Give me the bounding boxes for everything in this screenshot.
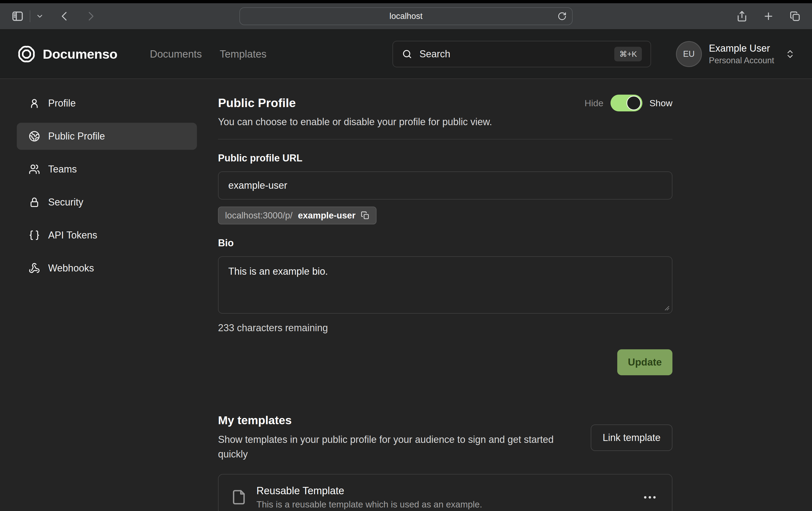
copy-icon: [361, 211, 370, 220]
share-icon[interactable]: [736, 10, 748, 22]
search-bar[interactable]: Search ⌘+K: [393, 41, 651, 67]
bio-textarea[interactable]: This is an example bio.: [218, 256, 672, 313]
tab-overview-icon[interactable]: [789, 10, 801, 22]
globe-icon: [29, 130, 40, 142]
toggle-hide-label: Hide: [584, 98, 604, 109]
forward-icon[interactable]: [85, 10, 96, 22]
reload-icon[interactable]: [557, 11, 567, 21]
url-prefix: localhost:3000/p/: [225, 210, 293, 221]
sidebar-toggle-icon[interactable]: [11, 10, 24, 23]
search-icon: [402, 49, 412, 59]
chevron-down-icon[interactable]: [36, 12, 44, 20]
address-bar[interactable]: localhost: [239, 7, 573, 25]
nav-documents[interactable]: Documents: [150, 49, 202, 60]
page-title: Public Profile: [218, 96, 296, 110]
sidebar-item-label: Webhooks: [48, 263, 94, 274]
url-field-label: Public profile URL: [218, 152, 672, 164]
search-placeholder: Search: [419, 49, 451, 60]
sidebar-item-label: Security: [48, 197, 83, 208]
characters-remaining: 233 characters remaining: [218, 322, 672, 334]
template-card[interactable]: Reusable Template This is a reusable tem…: [218, 474, 672, 511]
template-name: Reusable Template: [256, 485, 482, 497]
window-top-strip: [0, 0, 812, 3]
top-nav: Documents Templates: [150, 49, 266, 60]
users-icon: [29, 163, 40, 175]
lock-icon: [29, 197, 40, 208]
toolbar-separator: [30, 10, 30, 22]
documenso-logo-icon: [17, 44, 36, 64]
sidebar-item-label: Profile: [48, 98, 76, 109]
url-slug: example-user: [298, 210, 356, 221]
avatar: EU: [676, 41, 702, 67]
template-description: This is a reusable template which is use…: [256, 500, 482, 510]
sidebar-item-security[interactable]: Security: [17, 189, 197, 216]
account-menu[interactable]: EU Example User Personal Account: [676, 41, 795, 67]
nav-templates[interactable]: Templates: [220, 49, 266, 60]
braces-icon: [29, 230, 40, 241]
user-icon: [29, 98, 40, 109]
file-icon: [231, 489, 247, 505]
resize-handle[interactable]: [664, 305, 670, 311]
search-shortcut: ⌘+K: [614, 47, 642, 61]
new-tab-icon[interactable]: [763, 10, 774, 22]
back-icon[interactable]: [59, 10, 70, 22]
toggle-show-label: Show: [649, 98, 672, 109]
address-text: localhost: [389, 11, 423, 21]
sidebar-item-label: API Tokens: [48, 230, 97, 241]
templates-subtitle: Show templates in your public profile fo…: [218, 432, 578, 461]
sidebar-item-profile[interactable]: Profile: [17, 90, 197, 117]
profile-url-copy-button[interactable]: localhost:3000/p/example-user: [218, 207, 377, 224]
account-type: Personal Account: [709, 56, 774, 65]
sidebar-item-teams[interactable]: Teams: [17, 156, 197, 183]
template-options-ellipsis-icon[interactable]: [640, 492, 660, 502]
templates-title: My templates: [218, 414, 578, 427]
profile-visibility-toggle[interactable]: [610, 95, 642, 111]
sidebar-item-label: Public Profile: [48, 130, 105, 142]
sidebar-item-label: Teams: [48, 163, 77, 175]
chevrons-up-down-icon: [785, 49, 795, 59]
profile-url-input[interactable]: [218, 172, 672, 200]
page-subtitle: You can choose to enable or disable your…: [218, 116, 672, 128]
main-content: Public Profile Hide Show You can choose …: [218, 89, 672, 511]
update-button[interactable]: Update: [617, 349, 672, 375]
browser-toolbar: localhost: [0, 3, 812, 30]
link-template-button[interactable]: Link template: [591, 424, 672, 451]
account-name: Example User: [709, 43, 774, 54]
divider: [218, 139, 672, 140]
app-header: Documenso Documents Templates Search ⌘+K…: [0, 30, 812, 79]
webhook-icon: [29, 263, 40, 274]
sidebar-item-webhooks[interactable]: Webhooks: [17, 255, 197, 282]
bio-field-label: Bio: [218, 237, 672, 249]
toggle-knob: [627, 96, 641, 110]
brand-name: Documenso: [43, 47, 117, 62]
sidebar-item-public-profile[interactable]: Public Profile: [17, 123, 197, 150]
sidebar-item-api-tokens[interactable]: API Tokens: [17, 222, 197, 249]
settings-sidebar: Profile Public Profile Teams: [17, 89, 197, 511]
brand[interactable]: Documenso: [17, 44, 117, 64]
